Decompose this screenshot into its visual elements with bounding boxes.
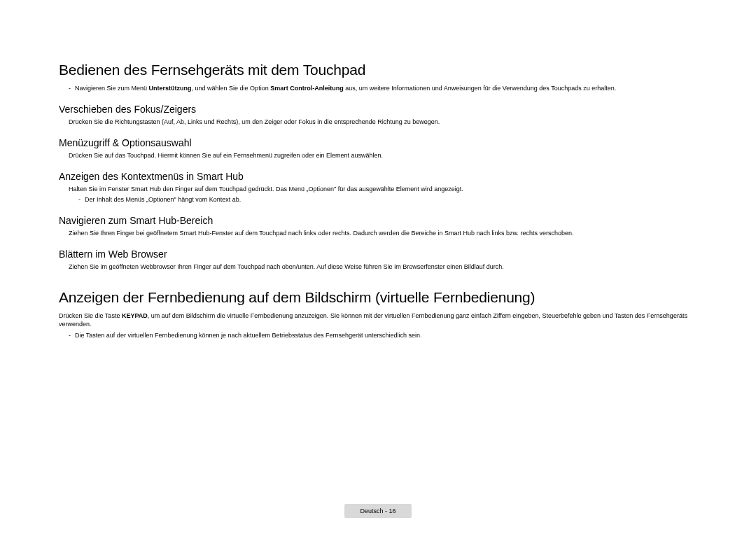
text-fragment: , um auf dem Bildschirm die virtuelle Fe… [59,312,687,328]
paragraph-4: Ziehen Sie Ihren Finger bei geöffnetem S… [69,229,697,237]
text-fragment: aus, um weitere Informationen und Anweis… [344,85,617,92]
sub-text-main-2: Die Tasten auf der virtuellen Fernbedien… [75,331,422,340]
intro-text-1: Navigieren Sie zum Menü Unterstützung, u… [75,84,697,92]
sub-bullet-3: - Der Inhalt des Menüs „Optionen" hängt … [59,195,697,204]
paragraph-5: Ziehen Sie im geöffneten Webbrowser Ihre… [69,262,697,271]
paragraph-3: Halten Sie im Fenster Smart Hub den Fing… [69,185,697,193]
paragraph-main-2: Drücken Sie die Taste KEYPAD, um auf dem… [59,312,697,328]
subheading-4: Navigieren zum Smart Hub-Bereich [59,215,697,226]
page-footer: Deutsch - 16 [0,504,756,518]
text-fragment: Navigieren Sie zum Menü [75,85,149,92]
intro-bullet-1: - Navigieren Sie zum Menü Unterstützung,… [59,84,697,92]
dash-icon: - [78,195,80,204]
dash-icon: - [69,331,71,340]
text-fragment: , und wählen Sie die Option [192,85,271,92]
subheading-2: Menüzugriff & Optionsauswahl [59,137,697,148]
paragraph-2: Drücken Sie auf das Touchpad. Hiermit kö… [69,151,697,160]
text-bold: Smart Control-Anleitung [270,85,344,92]
sub-bullet-main-2: - Die Tasten auf der virtuellen Fernbedi… [59,331,697,340]
text-bold: KEYPAD [122,312,148,319]
subheading-1: Verschieben des Fokus/Zeigers [59,104,697,115]
sub-text-3: Der Inhalt des Menüs „Optionen" hängt vo… [85,195,241,204]
text-fragment: Drücken Sie die Taste [59,312,122,319]
page-number: Deutsch - 16 [344,504,411,518]
subheading-3: Anzeigen des Kontextmenüs in Smart Hub [59,171,697,182]
heading-main-1: Bedienen des Fernsehgeräts mit dem Touch… [59,62,697,78]
paragraph-1: Drücken Sie die Richtungstasten (Auf, Ab… [69,118,697,126]
dash-icon: - [69,84,71,92]
heading-main-2: Anzeigen der Fernbedienung auf dem Bilds… [59,289,697,306]
subheading-5: Blättern im Web Browser [59,248,697,260]
text-bold: Unterstützung [149,85,192,92]
